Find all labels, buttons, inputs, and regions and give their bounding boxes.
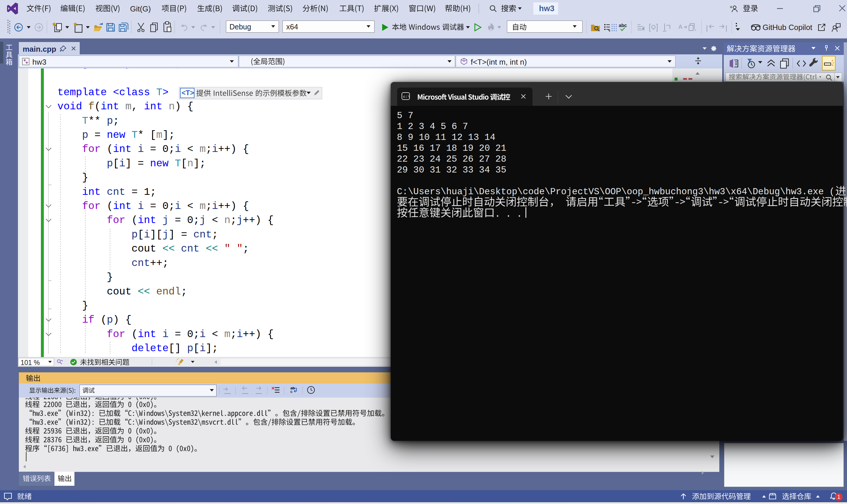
svg-text:c: c [290,390,292,394]
svg-text:abc: abc [619,23,627,28]
svg-text:A: A [678,23,682,30]
svg-text:c:\: c:\ [403,95,410,99]
